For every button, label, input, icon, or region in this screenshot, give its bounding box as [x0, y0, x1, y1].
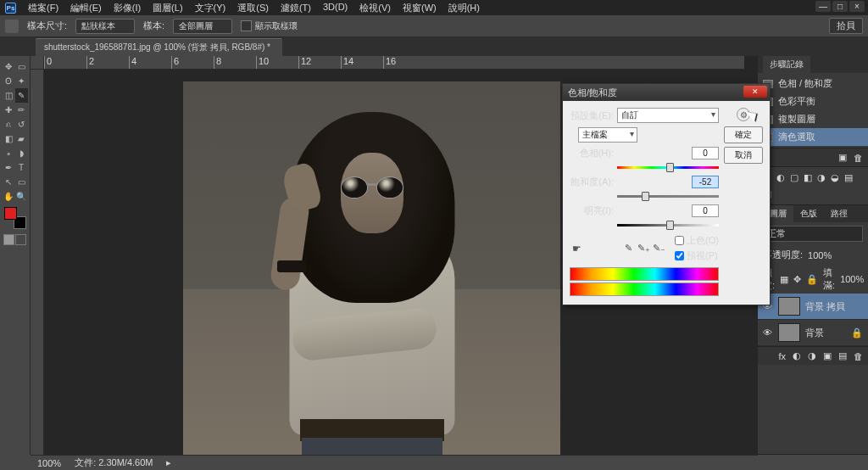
opacity-value[interactable]: 100%: [808, 250, 832, 260]
lightness-input[interactable]: 0: [692, 204, 719, 217]
layer-name[interactable]: 背景 拷貝: [805, 300, 845, 313]
history-item[interactable]: 滴色選取: [758, 128, 868, 146]
colorize-checkbox[interactable]: 上色(O): [675, 234, 719, 247]
channel-select[interactable]: 主檔案: [578, 127, 637, 143]
path-tool[interactable]: ↖: [3, 175, 15, 189]
menu-edit[interactable]: 編輯(E): [65, 0, 107, 16]
scrubby-icon[interactable]: ☛: [570, 242, 583, 255]
window-maximize-button[interactable]: □: [832, 1, 848, 12]
menu-image[interactable]: 影像(I): [108, 0, 146, 16]
history-new-icon[interactable]: ▣: [838, 152, 847, 163]
eraser-tool[interactable]: ◧: [3, 131, 15, 146]
color-swatches[interactable]: [4, 207, 26, 229]
move-tool[interactable]: ✥: [3, 59, 15, 74]
crop-tool[interactable]: ◫: [3, 88, 15, 103]
group-icon[interactable]: ▣: [823, 350, 832, 361]
window-minimize-button[interactable]: —: [815, 1, 831, 12]
preview-checkbox[interactable]: 預視(P): [675, 249, 719, 262]
adjustment-icon[interactable]: ◒: [831, 172, 839, 183]
cancel-button[interactable]: 取消: [724, 147, 763, 164]
channels-tab[interactable]: 色版: [793, 205, 824, 222]
quickmask-mode-button[interactable]: [15, 234, 26, 245]
layer-thumbnail[interactable]: [778, 323, 800, 342]
shape-tool[interactable]: ▭: [15, 175, 28, 189]
history-item[interactable]: 色相 / 飽和度: [758, 75, 868, 92]
adjustment-layer-icon[interactable]: ◑: [808, 350, 816, 361]
fx-icon[interactable]: fx: [778, 351, 786, 361]
history-delete-icon[interactable]: 🗑: [854, 153, 863, 163]
history-item[interactable]: 複製圖層: [758, 110, 868, 128]
brush-tool[interactable]: ✏: [15, 103, 28, 117]
eyedropper-icon[interactable]: ✎: [622, 243, 634, 255]
lightness-slider[interactable]: [617, 221, 719, 229]
eyedropper-tool[interactable]: ✎: [15, 88, 28, 103]
layer-name[interactable]: 背景: [805, 327, 824, 339]
visibility-icon[interactable]: 👁: [763, 327, 773, 338]
options-right-button[interactable]: 拾貝: [829, 18, 863, 34]
menu-layer[interactable]: 圖層(L): [147, 0, 187, 16]
adjustment-icon[interactable]: ◑: [817, 172, 826, 183]
menu-3d[interactable]: 3D(D): [318, 0, 353, 16]
paths-tab[interactable]: 路徑: [824, 205, 854, 222]
adjustment-icon[interactable]: ◐: [776, 172, 785, 183]
type-tool[interactable]: T: [15, 160, 28, 175]
document-tab[interactable]: shutterstock_196588781.jpg @ 100% (背景 拷貝…: [36, 38, 282, 56]
heal-tool[interactable]: ✚: [3, 103, 15, 117]
saturation-input[interactable]: -52: [692, 176, 719, 188]
layer-row[interactable]: 👁 背景 拷貝: [758, 294, 868, 320]
lock-all-icon[interactable]: 🔒: [806, 274, 818, 285]
preset-select[interactable]: 自訂: [617, 108, 719, 123]
zoom-tool[interactable]: 🔍: [15, 189, 28, 204]
dialog-close-button[interactable]: ✕: [743, 86, 767, 98]
menu-select[interactable]: 選取(S): [232, 0, 274, 16]
stamp-tool[interactable]: ⎌: [3, 117, 15, 131]
standard-mode-button[interactable]: [3, 234, 14, 245]
menu-help[interactable]: 說明(H): [443, 0, 485, 16]
new-layer-icon[interactable]: ▤: [838, 350, 847, 361]
ok-button[interactable]: 確定: [724, 126, 763, 143]
sample-size-select[interactable]: 點狀樣本: [75, 19, 135, 34]
menu-view[interactable]: 檢視(V): [354, 0, 396, 16]
show-ring-checkbox[interactable]: 顯示取樣環: [241, 20, 298, 32]
lock-position-icon[interactable]: ✥: [793, 274, 801, 285]
document-size[interactable]: 文件: 2.30M/4.60M: [75, 456, 153, 469]
menu-window[interactable]: 視窗(W): [398, 0, 442, 16]
lock-pixels-icon[interactable]: ▦: [780, 274, 788, 285]
blur-tool[interactable]: ∘: [3, 146, 15, 160]
blend-mode-select[interactable]: 正常: [763, 226, 863, 242]
adjustment-icon[interactable]: ▤: [844, 172, 853, 183]
dodge-tool[interactable]: ◗: [15, 146, 28, 160]
document-canvas[interactable]: [183, 81, 560, 455]
menu-filter[interactable]: 濾鏡(T): [275, 0, 316, 16]
adjustment-icon[interactable]: ▢: [790, 172, 798, 183]
saturation-slider[interactable]: [617, 193, 719, 200]
hue-slider[interactable]: [617, 164, 719, 171]
hue-input[interactable]: 0: [692, 147, 719, 159]
window-close-button[interactable]: ×: [849, 1, 865, 12]
fill-value[interactable]: 100%: [840, 274, 864, 284]
zoom-value[interactable]: 100%: [37, 458, 61, 468]
history-item[interactable]: 色彩平衡: [758, 92, 868, 110]
marquee-tool[interactable]: ▭: [15, 59, 28, 74]
preset-gear-icon[interactable]: ⚙: [737, 108, 750, 121]
delete-layer-icon[interactable]: 🗑: [854, 351, 863, 361]
history-tab[interactable]: 步驟記錄: [763, 56, 810, 73]
foreground-color-swatch[interactable]: [4, 207, 17, 220]
hue-saturation-dialog[interactable]: 色相/飽和度 ✕ 預設集(E): 自訂 主檔案 色相(H): 0 飽和度(A):…: [562, 83, 771, 305]
eyedropper-add-icon[interactable]: ✎₊: [637, 243, 649, 255]
layer-thumbnail[interactable]: [778, 297, 800, 316]
mask-icon[interactable]: ◐: [793, 350, 801, 361]
adjustment-icon[interactable]: ◧: [804, 172, 812, 183]
menu-file[interactable]: 檔案(F): [23, 0, 64, 16]
dialog-titlebar[interactable]: 色相/飽和度 ✕: [563, 84, 770, 101]
sample-layers-select[interactable]: 全部圖層: [173, 19, 232, 34]
eyedropper-sub-icon[interactable]: ✎₋: [653, 243, 665, 255]
pen-tool[interactable]: ✒: [3, 160, 15, 175]
layer-row[interactable]: 👁 背景 🔒: [758, 320, 868, 346]
lasso-tool[interactable]: ʘ: [3, 74, 15, 88]
wand-tool[interactable]: ✦: [15, 74, 28, 88]
history-brush-tool[interactable]: ↺: [15, 117, 28, 131]
menu-type[interactable]: 文字(Y): [190, 0, 231, 16]
status-arrow-icon[interactable]: ▸: [166, 457, 171, 468]
gradient-tool[interactable]: ▰: [15, 131, 28, 146]
